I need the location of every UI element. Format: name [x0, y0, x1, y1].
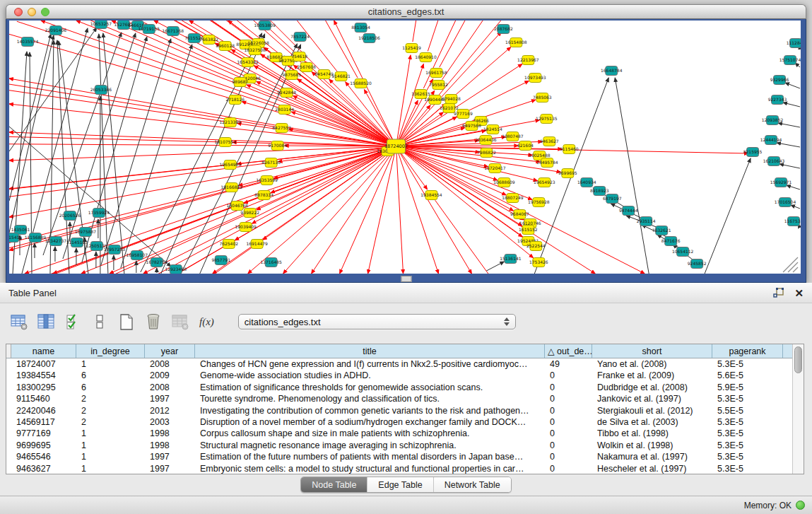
table-cell[interactable]: 5.3E-5	[712, 440, 783, 451]
network-canvas[interactable]: 1403557422091406106532571527602646616010…	[9, 21, 801, 274]
table-row[interactable]: 946554611997Estimation of the future num…	[6, 451, 804, 462]
table-cell[interactable]: 9115460	[11, 393, 76, 404]
table-cell[interactable]: 5.3E-5	[712, 463, 783, 474]
tab-network-table[interactable]: Network Table	[433, 477, 511, 492]
table-cell[interactable]: 5.3E-5	[712, 393, 783, 404]
table-cell[interactable]: 6	[76, 370, 145, 381]
table-row[interactable]: 1872400712008Changes of HCN gene express…	[6, 358, 804, 370]
column-header-pagerank[interactable]: pagerank	[712, 344, 783, 358]
table-cell[interactable]: Tibbo et al. (1998)	[592, 428, 712, 439]
table-cell[interactable]: 9465546	[11, 451, 76, 462]
tab-node-table[interactable]: Node Table	[301, 477, 367, 492]
table-cell[interactable]: Changes of HCN gene expression and I(f) …	[195, 358, 545, 370]
close-window-icon[interactable]	[14, 8, 23, 16]
table-row[interactable]: 977716911998Corpus callosum shape and si…	[6, 428, 804, 439]
column-header-year[interactable]: year	[145, 344, 195, 358]
table-cell[interactable]: 0	[545, 451, 592, 462]
table-cell[interactable]: 2009	[145, 370, 195, 381]
column-select-icon[interactable]	[35, 312, 57, 332]
select-rows-icon[interactable]	[62, 312, 83, 332]
table-row[interactable]: 2242004622012Investigating the contribut…	[6, 405, 804, 416]
table-row[interactable]: 1938455462009Genome-wide association stu…	[6, 370, 804, 381]
table-cell[interactable]: 0	[545, 440, 592, 451]
table-cell[interactable]: 9699695	[11, 440, 76, 451]
table-cell[interactable]: Wolkin et al. (1998)	[592, 440, 712, 451]
table-cell[interactable]: Hescheler et al. (1997)	[592, 463, 712, 474]
table-cell[interactable]: 2	[76, 416, 145, 428]
table-cell[interactable]: Disruption of a novel member of a sodium…	[195, 416, 545, 428]
table-cell[interactable]: 5.3E-5	[712, 428, 783, 439]
table-vertical-scrollbar[interactable]	[792, 344, 804, 474]
table-select-dropdown[interactable]: citations_edges.txt	[238, 314, 516, 329]
table-cell[interactable]: 22420046	[11, 405, 76, 416]
table-cell[interactable]: Structural magnetic resonance image aver…	[195, 440, 545, 451]
table-cell[interactable]: Nakamura et al. (1997)	[592, 451, 712, 462]
table-cell[interactable]: 1997	[145, 463, 195, 474]
table-row[interactable]: 946362711997Embryonic stem cells: a mode…	[6, 463, 804, 474]
float-panel-icon[interactable]	[773, 288, 784, 298]
table-cell[interactable]: 0	[545, 463, 592, 474]
table-cell[interactable]: Embryonic stem cells: a model to study s…	[195, 463, 545, 474]
table-cell[interactable]: 1	[76, 358, 145, 370]
table-cell[interactable]: 2012	[145, 405, 195, 416]
delete-table-icon[interactable]	[170, 312, 191, 332]
zoom-window-icon[interactable]	[41, 8, 49, 16]
table-cell[interactable]: Estimation of the future numbers of pati…	[195, 451, 545, 462]
table-cell[interactable]: 5.3E-5	[712, 358, 783, 370]
table-cell[interactable]: 5.6E-5	[712, 370, 783, 381]
table-cell[interactable]: Corpus callosum shape and size in male p…	[195, 428, 545, 439]
table-cell[interactable]: 18724007	[11, 358, 76, 370]
table-cell[interactable]: Yano et al. (2008)	[592, 358, 712, 370]
column-header-short[interactable]: short	[592, 344, 712, 358]
table-cell[interactable]: 2003	[145, 416, 195, 428]
column-header-in_degree[interactable]: in_degree	[76, 344, 145, 358]
tab-edge-table[interactable]: Edge Table	[367, 477, 433, 492]
network-graph[interactable]: 1403557422091406106532571527602646616010…	[9, 21, 801, 274]
table-cell[interactable]: Tourette syndrome. Phenomenology and cla…	[195, 393, 545, 404]
table-cell[interactable]: 1	[76, 451, 145, 462]
table-cell[interactable]: 1998	[145, 428, 195, 439]
splitter-handle[interactable]	[401, 276, 411, 282]
table-cell[interactable]: 1	[76, 440, 145, 451]
table-cell[interactable]: Investigating the contribution of common…	[195, 405, 545, 416]
table-row[interactable]: 911546021997Tourette syndrome. Phenomeno…	[6, 393, 804, 404]
close-panel-icon[interactable]: ✕	[794, 288, 804, 298]
memory-status-icon[interactable]	[796, 501, 805, 510]
table-cell[interactable]: 0	[545, 370, 592, 381]
window-titlebar[interactable]: citations_edges.txt	[6, 4, 806, 19]
row-height-icon[interactable]	[89, 312, 110, 332]
table-cell[interactable]: 14569117	[11, 416, 76, 428]
table-cell[interactable]: Genome-wide association studies in ADHD.	[195, 370, 545, 381]
table-cell[interactable]: 18300295	[11, 382, 76, 393]
table-cell[interactable]: 9463627	[11, 463, 76, 474]
table-cell[interactable]: 0	[545, 393, 592, 404]
scrollbar-thumb[interactable]	[794, 346, 802, 373]
table-cell[interactable]: 5.9E-5	[712, 382, 783, 393]
table-cell[interactable]: 19384554	[11, 370, 76, 381]
table-cell[interactable]: 5.3E-5	[712, 416, 783, 428]
table-cell[interactable]: 2008	[145, 382, 195, 393]
table-settings-icon[interactable]	[8, 312, 30, 332]
table-cell[interactable]: 0	[545, 405, 592, 416]
table-cell[interactable]: 0	[545, 428, 592, 439]
table-cell[interactable]: Dudbridge et al. (2008)	[592, 382, 712, 393]
table-cell[interactable]: 0	[545, 416, 592, 428]
table-cell[interactable]: 2008	[145, 358, 195, 370]
table-cell[interactable]: 2	[76, 393, 145, 404]
table-cell[interactable]: 9777169	[11, 428, 76, 439]
table-cell[interactable]: 1997	[145, 451, 195, 462]
table-row[interactable]: 969969511998Structural magnetic resonanc…	[6, 440, 804, 451]
table-cell[interactable]: 1	[76, 428, 145, 439]
new-table-icon[interactable]	[116, 312, 137, 332]
table-cell[interactable]: de Silva et al. (2003)	[592, 416, 712, 428]
table-row[interactable]: 1456911722003Disruption of a novel membe…	[6, 416, 804, 428]
column-header-title[interactable]: title	[195, 344, 545, 358]
table-row[interactable]: 1830029562008Estimation of significance …	[6, 382, 804, 393]
table-cell[interactable]: Stergiakouli et al. (2012)	[592, 405, 712, 416]
table-cell[interactable]: Jankovic et al. (1997)	[592, 393, 712, 404]
table-cell[interactable]: Estimation of significance thresholds fo…	[195, 382, 545, 393]
table-cell[interactable]: 49	[545, 358, 592, 370]
table-cell[interactable]: 5.5E-5	[712, 405, 783, 416]
table-cell[interactable]: 1	[76, 463, 145, 474]
minimize-window-icon[interactable]	[28, 8, 36, 16]
